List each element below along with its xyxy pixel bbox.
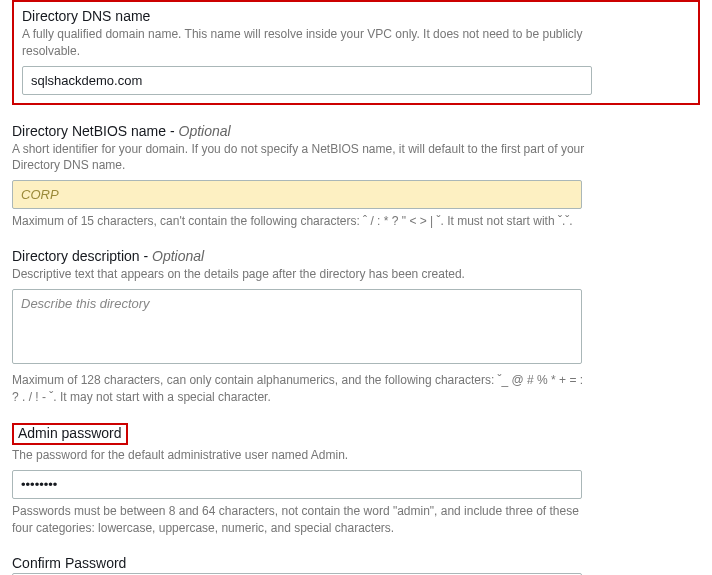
dns-input[interactable] [22, 66, 592, 95]
confirm-label: Confirm Password [12, 555, 700, 571]
password-helper: The password for the default administrat… [12, 447, 592, 464]
password-label: Admin password [12, 423, 128, 445]
netbios-input[interactable] [12, 180, 582, 209]
netbios-label: Directory NetBIOS name - Optional [12, 123, 700, 139]
password-section: Admin password The password for the defa… [12, 423, 700, 536]
description-helper: Descriptive text that appears on the det… [12, 266, 592, 283]
netbios-hint: Maximum of 15 characters, can't contain … [12, 213, 592, 230]
description-hint: Maximum of 128 characters, can only cont… [12, 372, 592, 406]
description-section: Directory description - Optional Descrip… [12, 248, 700, 405]
dns-helper: A fully qualified domain name. This name… [22, 26, 602, 60]
description-textarea[interactable] [12, 289, 582, 364]
password-hint: Passwords must be between 8 and 64 chara… [12, 503, 592, 537]
confirm-section: Confirm Password This password must matc… [12, 555, 700, 575]
dns-label: Directory DNS name [22, 8, 690, 24]
netbios-helper: A short identifier for your domain. If y… [12, 141, 592, 175]
netbios-section: Directory NetBIOS name - Optional A shor… [12, 123, 700, 230]
description-label: Directory description - Optional [12, 248, 700, 264]
dns-section: Directory DNS name A fully qualified dom… [12, 0, 700, 105]
password-input[interactable] [12, 470, 582, 499]
